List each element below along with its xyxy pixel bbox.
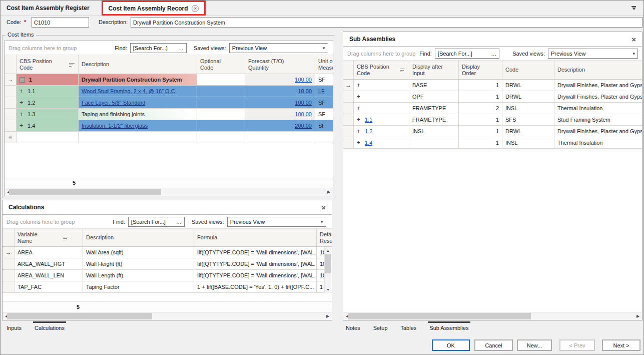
scroll-right-icon[interactable]: ▶ <box>325 188 333 196</box>
column-header-variable-name[interactable]: Variable Name <box>15 229 83 246</box>
search-more-icon[interactable]: … <box>178 45 184 51</box>
cancel-button[interactable]: Cancel <box>474 339 513 351</box>
scroll-right-icon[interactable]: ▶ <box>634 312 642 320</box>
tab-calculations[interactable]: Calculations <box>35 321 65 334</box>
quantity-link[interactable]: 100.00 <box>295 111 312 117</box>
calculation-row-area-wall-hgt[interactable]: AREA_WALL_HGT Wall Height (ft) Iif([QTYT… <box>3 258 332 270</box>
calculations-horizontal-scrollbar[interactable]: ◀ ▶ <box>3 312 332 320</box>
calculation-row-area-wall-len[interactable]: AREA_WALL_LEN Wall Length (ft) Iif([QTYT… <box>3 270 332 281</box>
calculations-vertical-scrollbar[interactable]: ▲ ▼ <box>324 247 331 293</box>
row-selector[interactable] <box>5 97 17 108</box>
sub-assemblies-horizontal-scrollbar[interactable]: ◀ ▶ <box>343 312 642 320</box>
sub-assembly-row-frametype-2[interactable]: + FRAMETYPE 2 INSL Thermal Insulation <box>343 103 642 114</box>
column-header-description[interactable]: Description <box>79 55 197 74</box>
column-header-forecast-quantity[interactable]: Forecast (T/O) Quantity <box>245 55 315 74</box>
tab-cost-item-assembly-record[interactable]: Cost Item Assembly Record × <box>103 2 204 15</box>
column-header-description[interactable]: Description <box>554 61 642 79</box>
scroll-down-icon[interactable]: ▼ <box>325 286 331 293</box>
search-input[interactable]: [Search For...] … <box>128 217 185 227</box>
row-selector[interactable] <box>343 137 354 148</box>
current-row-indicator[interactable]: → <box>343 80 354 91</box>
scroll-up-icon[interactable]: ▲ <box>325 247 331 254</box>
current-row-indicator[interactable]: → <box>3 247 15 258</box>
row-selector[interactable] <box>3 258 15 269</box>
row-selector[interactable] <box>343 114 354 125</box>
column-header-display-after-input[interactable]: Display after Input <box>409 61 459 79</box>
tab-setup[interactable]: Setup <box>373 321 388 334</box>
expand-icon[interactable]: + <box>20 99 23 106</box>
tab-tables[interactable]: Tables <box>401 321 417 334</box>
sub-assembly-row-1-1[interactable]: + 1.1 FRAMETYPE 1 SFS Stud Framing Syste… <box>343 114 642 126</box>
column-header-display-order[interactable]: Display Order <box>459 61 502 79</box>
scrollbar-thumb[interactable] <box>325 254 331 273</box>
scrollbar-thumb[interactable] <box>7 313 152 319</box>
cost-item-row-1-1[interactable]: + 1.1 Wood Stud Framing, 2 x 4, @ 16" O.… <box>5 86 333 97</box>
quantity-link[interactable]: 100.00 <box>295 77 312 83</box>
next-button[interactable]: Next > <box>602 339 640 351</box>
column-header-unit-of-measure[interactable]: Unit of Measure <box>315 55 333 74</box>
search-input[interactable]: [Search For...] … <box>435 49 499 59</box>
uom-link[interactable]: LF <box>318 88 325 94</box>
expand-icon[interactable]: + <box>357 105 360 112</box>
scrollbar-thumb[interactable] <box>348 313 531 319</box>
quantity-link[interactable]: 10.00 <box>298 88 312 94</box>
row-selector[interactable] <box>343 91 354 102</box>
cost-item-row-1-4[interactable]: + 1.4 Insulation, 1-1/2" fiberglass 200.… <box>5 120 333 132</box>
saved-views-dropdown[interactable]: Previous View ▾ <box>548 49 638 59</box>
ok-button[interactable]: OK <box>432 339 470 351</box>
calculation-row-tap-fac[interactable]: TAP_FAC Taping Factor 1 + Iif([BASE.CODE… <box>3 281 332 293</box>
cost-item-new-row[interactable]: ✳ <box>5 132 333 143</box>
expand-icon[interactable]: + <box>20 88 23 95</box>
sort-ascending-icon[interactable] <box>69 63 75 68</box>
cost-item-row-1-2[interactable]: + 1.2 Face Layer, 5/8" Standard 100.00 S… <box>5 97 333 109</box>
row-selector[interactable] <box>5 86 17 97</box>
dropdown-caret-icon[interactable] <box>631 6 636 11</box>
sort-ascending-icon[interactable] <box>63 237 69 241</box>
quantity-link[interactable]: 200.00 <box>295 123 312 129</box>
sub-assembly-row-1-4[interactable]: + 1.4 1 INSL Thermal Insulation <box>343 137 642 149</box>
expand-icon[interactable]: + <box>20 122 23 129</box>
row-selector[interactable] <box>3 281 15 292</box>
sort-ascending-icon[interactable] <box>400 69 405 73</box>
description-link[interactable]: Face Layer, 5/8" Standard <box>82 100 145 106</box>
scroll-right-icon[interactable]: ▶ <box>324 312 332 320</box>
close-icon[interactable]: × <box>321 204 326 211</box>
search-input[interactable]: [Search For...] … <box>130 43 187 53</box>
cost-item-row-1[interactable]: → − 1 Drywall Partition Construction Sys… <box>5 74 333 86</box>
cost-items-horizontal-scrollbar[interactable]: ◀ ▶ <box>5 188 333 196</box>
expand-icon[interactable]: + <box>357 139 360 146</box>
description-link[interactable]: Insulation, 1-1/2" fiberglass <box>82 123 148 129</box>
expand-icon[interactable]: + <box>357 128 360 135</box>
expand-icon[interactable]: + <box>357 116 360 123</box>
row-selector[interactable] <box>3 270 15 281</box>
row-selector[interactable] <box>5 109 17 120</box>
calculation-row-area[interactable]: → AREA Wall Area (sqft) Iif([QTYTYPE.COD… <box>3 247 332 258</box>
tab-inputs[interactable]: Inputs <box>7 321 22 334</box>
sub-assembly-row-1-2[interactable]: + 1.2 INSL 1 DRWL Drywall Finishes, Plas… <box>343 126 642 137</box>
description-link[interactable]: Wood Stud Framing, 2 x 4, @ 16" O.C. <box>82 88 177 94</box>
cbs-link[interactable]: 1.4 <box>365 140 372 146</box>
search-more-icon[interactable]: … <box>176 219 182 225</box>
quantity-link[interactable]: 100.00 <box>295 100 312 106</box>
close-icon[interactable]: × <box>631 36 636 43</box>
description-input[interactable] <box>131 17 642 28</box>
column-header-description[interactable]: Description <box>83 229 194 246</box>
cost-item-row-1-3[interactable]: + 1.3 Taping and finishing joints 100.00… <box>5 109 333 120</box>
collapse-icon[interactable]: − <box>20 77 25 83</box>
saved-views-dropdown[interactable]: Previous View ▾ <box>227 217 326 227</box>
row-selector[interactable] <box>5 120 17 131</box>
current-row-indicator[interactable]: → <box>5 74 17 85</box>
sub-assembly-row-base[interactable]: → + BASE 1 DRWL Drywall Finishes, Plaste… <box>343 80 642 91</box>
column-header-code[interactable]: Code <box>502 61 554 79</box>
tab-close-icon[interactable]: × <box>192 5 199 12</box>
column-header-default-result[interactable]: Default Result <box>317 229 332 246</box>
expand-icon[interactable]: + <box>20 111 23 118</box>
cbs-link[interactable]: 1.2 <box>365 128 372 134</box>
expand-icon[interactable]: + <box>357 82 360 89</box>
column-header-cbs-position-code[interactable]: CBS Position Code <box>354 61 409 79</box>
tab-cost-item-assembly-register[interactable]: Cost Item Assembly Register <box>7 1 90 16</box>
search-more-icon[interactable]: … <box>491 51 496 57</box>
scrollbar-thumb[interactable] <box>9 189 161 195</box>
new-button[interactable]: New... <box>517 339 552 351</box>
prev-button[interactable]: < Prev <box>559 339 595 351</box>
